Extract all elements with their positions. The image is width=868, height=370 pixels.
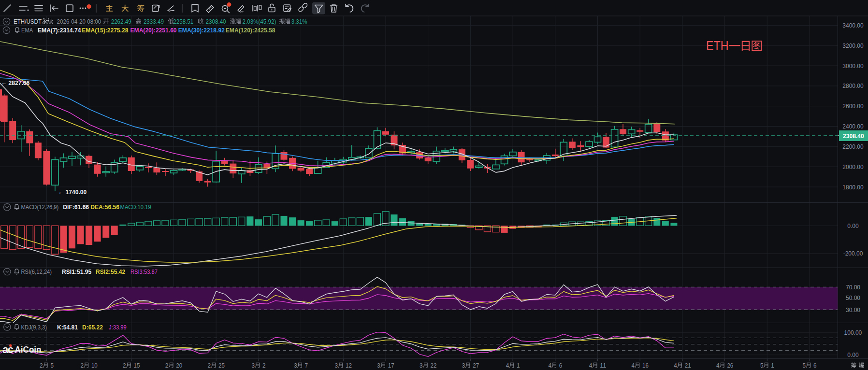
svg-text:2308.40: 2308.40 [206, 18, 226, 25]
svg-text:70.00: 70.00 [846, 284, 860, 291]
svg-text:3400.00: 3400.00 [842, 22, 863, 29]
svg-text:1: 1 [517, 362, 520, 369]
svg-text:4: 4 [548, 362, 551, 369]
svg-text:MACD:10.19: MACD:10.19 [120, 203, 151, 211]
svg-text:0.00: 0.00 [847, 223, 858, 229]
svg-text:RSI2:55.42: RSI2:55.42 [96, 268, 125, 275]
svg-text:4: 4 [632, 362, 635, 369]
svg-text:17: 17 [388, 362, 394, 369]
svg-text:2333.49: 2333.49 [144, 18, 164, 25]
svg-text:2: 2 [262, 362, 266, 369]
svg-text:ac: ac [2, 343, 14, 356]
svg-text:16: 16 [642, 362, 649, 369]
svg-text:3200.00: 3200.00 [842, 43, 863, 49]
svg-text:15: 15 [134, 362, 140, 369]
svg-text:3: 3 [252, 362, 255, 369]
svg-text:1: 1 [771, 362, 774, 369]
svg-text:2: 2 [123, 362, 126, 369]
svg-text:2: 2 [208, 362, 211, 369]
svg-text:50.00: 50.00 [846, 295, 860, 301]
svg-text:EMA(15):2275.28: EMA(15):2275.28 [82, 27, 128, 34]
svg-text:2308.40: 2308.40 [843, 132, 864, 140]
svg-text:K:54.81: K:54.81 [57, 324, 78, 331]
svg-text:3000.00: 3000.00 [842, 63, 863, 70]
svg-text:2600.00: 2600.00 [842, 103, 863, 110]
svg-text:1800.00: 1800.00 [842, 184, 863, 191]
svg-text:2: 2 [40, 362, 43, 369]
svg-text:4: 4 [589, 362, 593, 369]
svg-text:2400.00: 2400.00 [842, 123, 863, 130]
svg-text:4: 4 [506, 362, 509, 369]
svg-text:10: 10 [91, 362, 98, 369]
svg-text:2200.00: 2200.00 [842, 143, 863, 150]
svg-text:EMA(120):2425.58: EMA(120):2425.58 [226, 27, 275, 34]
svg-text:DIF:61.66: DIF:61.66 [63, 203, 89, 211]
svg-text:7: 7 [305, 362, 308, 369]
svg-text:2262.49: 2262.49 [111, 18, 131, 25]
svg-text:EMA(7):2314.74: EMA(7):2314.74 [38, 27, 81, 34]
svg-text:6: 6 [559, 362, 563, 369]
svg-text:3: 3 [294, 362, 297, 369]
svg-text:0.00: 0.00 [847, 352, 858, 358]
svg-text:2.03%(45.92): 2.03%(45.92) [243, 18, 276, 25]
svg-text:MACD(12,26,9): MACD(12,26,9) [21, 203, 59, 211]
svg-text:3.31%: 3.31% [291, 18, 307, 25]
svg-text:ETH/USDT: ETH/USDT [14, 18, 42, 25]
svg-text:25: 25 [218, 362, 225, 369]
svg-text:D:65.22: D:65.22 [82, 324, 103, 331]
svg-text:EMA(30):2218.92: EMA(30):2218.92 [178, 27, 225, 34]
svg-text:27: 27 [473, 362, 479, 369]
svg-text:2258.51: 2258.51 [173, 18, 193, 25]
svg-text:12: 12 [346, 362, 352, 369]
svg-text:J:33.99: J:33.99 [109, 324, 127, 331]
svg-text:26: 26 [727, 362, 733, 369]
svg-text:RSI(6,12,24): RSI(6,12,24) [21, 268, 52, 275]
svg-text:2000.00: 2000.00 [842, 164, 863, 171]
svg-text:4: 4 [674, 362, 677, 369]
svg-text:3: 3 [335, 362, 338, 369]
svg-text:3: 3 [462, 362, 465, 369]
svg-text:EMA: EMA [21, 27, 33, 34]
svg-text:-200.00: -200.00 [843, 250, 863, 257]
svg-text:11: 11 [600, 362, 606, 369]
svg-text:100.00: 100.00 [844, 329, 862, 336]
svg-text:5: 5 [803, 362, 806, 369]
svg-text:4: 4 [716, 362, 720, 369]
svg-text:22: 22 [431, 362, 437, 369]
svg-text:20: 20 [176, 362, 182, 369]
svg-text:2: 2 [80, 362, 84, 369]
svg-text:AiCoin: AiCoin [15, 344, 42, 355]
svg-text:5: 5 [50, 362, 54, 369]
svg-text:ETH: ETH [706, 39, 728, 53]
svg-text:21: 21 [685, 362, 691, 369]
svg-text:KDJ(9,3,3): KDJ(9,3,3) [21, 324, 47, 331]
svg-text:30.00: 30.00 [846, 307, 860, 313]
svg-text:5: 5 [760, 362, 764, 369]
svg-text:EMA(20):2251.60: EMA(20):2251.60 [130, 27, 177, 34]
svg-text:2: 2 [165, 362, 169, 369]
svg-text:6: 6 [813, 362, 817, 369]
svg-text:3: 3 [420, 362, 423, 369]
svg-text:2026-04-20 08:00: 2026-04-20 08:00 [57, 18, 101, 25]
svg-text:RSI1:51.95: RSI1:51.95 [62, 268, 91, 275]
svg-text:← 2827.66: ← 2827.66 [1, 79, 29, 86]
svg-text:3: 3 [377, 362, 380, 369]
svg-text:RSI3:53.87: RSI3:53.87 [130, 268, 158, 275]
svg-text:DEA:56.56: DEA:56.56 [90, 203, 119, 211]
svg-text:← 1740.00: ← 1740.00 [58, 188, 87, 196]
svg-text:2800.00: 2800.00 [842, 83, 863, 89]
